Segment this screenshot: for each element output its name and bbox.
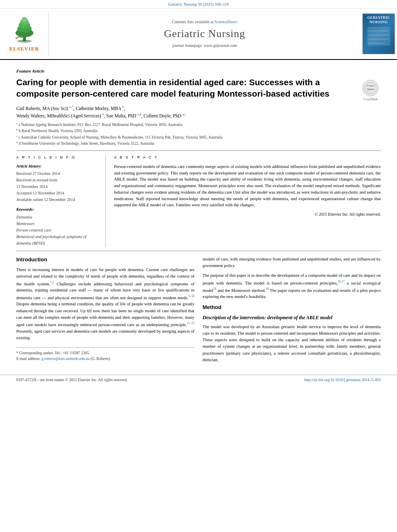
email-label: E-mail address: — [16, 357, 40, 361]
affiliation-a: a a National Ageing Research Institute, … — [16, 121, 381, 128]
issn-text: 0197-4572/$ – see front matter © 2015 El… — [16, 377, 128, 383]
abstract-text: Person-centered models of dementia care … — [114, 163, 381, 208]
right-para1: models of care, with emerging evidence f… — [203, 256, 381, 269]
author-gail: Gail Roberts, MA (Soc Sci) a,*, Catherin… — [16, 106, 125, 111]
received-revised-label: Received in revised form — [16, 177, 100, 183]
article-info-label: A R T I C L E I N F O — [16, 155, 100, 160]
affiliation-c-text: c Australian Catholic University, School… — [18, 135, 222, 139]
journal-header: ELSEVIER Contents lists available at Sci… — [0, 9, 397, 60]
svg-rect-8 — [367, 27, 390, 46]
affiliation-d-text: d Swinburne University of Technology, Jo… — [19, 141, 154, 146]
cover-title-text: GERIATRICNURSING — [367, 15, 390, 24]
affiliations: a a National Ageing Research Institute, … — [16, 121, 381, 147]
elsevier-logo: ELSEVIER — [0, 12, 49, 56]
footnote-section: * Corresponding author. Tel.: +61 3 8387… — [16, 347, 195, 362]
article-info-col: A R T I C L E I N F O Article history: R… — [16, 155, 106, 247]
cover-illustration — [366, 26, 391, 46]
crossmark-svg: Cross Mark — [364, 82, 377, 94]
received-date: Received 27 October 2014 — [16, 171, 100, 177]
svg-point-7 — [15, 38, 17, 39]
affiliation-b: b b Rural Northwest Health, Victoria 339… — [16, 128, 381, 134]
affiliation-a-text: a National Ageing Research Institute, P.… — [18, 123, 182, 127]
keywords-list: Dementia Montessori Person-centered care… — [16, 214, 100, 247]
feature-article-label: Feature Article — [16, 68, 381, 74]
crossmark-label: CrossMark — [363, 97, 378, 102]
body-content: Introduction There is increasing interes… — [16, 256, 381, 366]
svg-point-6 — [22, 17, 27, 22]
keyword-2: Montessori — [16, 221, 100, 227]
introduction-heading: Introduction — [16, 256, 195, 263]
body-left-col: Introduction There is increasing interes… — [16, 256, 195, 366]
introduction-para1: There is increasing interest in models o… — [16, 267, 195, 341]
abstract-label: A B S T R A C T — [114, 155, 381, 160]
journal-title: Geriatric Nursing — [164, 26, 246, 41]
footnote-email: E-mail address: g.roberts@nari.unimelb.e… — [16, 356, 195, 362]
keyword-3: Person-centered care — [16, 227, 100, 234]
keyword-1: Dementia — [16, 214, 100, 221]
article-history-label: Article history: — [16, 163, 100, 169]
abstract-col: A B S T R A C T Person-centered models o… — [114, 155, 381, 247]
affiliation-b-text: b Rural Northwest Health, Victoria 3393,… — [19, 129, 97, 133]
article-title: Caring for people with dementia in resid… — [16, 77, 360, 99]
received-revised-date: 11 November 2014 — [16, 184, 100, 190]
citation-text: Geriatric Nursing 36 (2015) 106–110 — [168, 2, 229, 7]
author-wendy: Wendy Walters, MHealthSci (Aged Services… — [16, 113, 186, 118]
method-para: The model was developed by an Australian… — [203, 324, 381, 364]
sciencedirect-link[interactable]: ScienceDirect — [215, 20, 237, 24]
svg-text:Cross: Cross — [367, 84, 374, 87]
method-sub-heading: Description of the intervention: develop… — [203, 314, 381, 321]
footnote-corresponding: * Corresponding author. Tel.: +61 3 8387… — [16, 350, 195, 356]
body-right-col: models of care, with emerging evidence f… — [203, 256, 381, 366]
authors: Gail Roberts, MA (Soc Sci) a,*, Catherin… — [16, 105, 381, 120]
right-para2: The purpose of this paper is to describe… — [203, 272, 381, 300]
journal-homepage: journal homepage: www.gnjournal.com — [172, 43, 237, 49]
affiliation-c: c c Australian Catholic University, Scho… — [16, 134, 381, 140]
contents-line: Contents lists available at ScienceDirec… — [172, 19, 237, 25]
affiliation-d: d d Swinburne University of Technology, … — [16, 140, 381, 146]
available-date: Available online 12 December 2014 — [16, 197, 100, 203]
doi-link[interactable]: http://dx.doi.org/10.1016/j.gerinurse.20… — [304, 377, 381, 383]
crossmark[interactable]: Cross Mark CrossMark — [360, 77, 381, 102]
journal-citation: Geriatric Nursing 36 (2015) 106–110 — [0, 0, 397, 9]
journal-center: Contents lists available at ScienceDirec… — [49, 12, 360, 56]
bottom-bar: 0197-4572/$ – see front matter © 2015 El… — [0, 375, 397, 385]
email-address[interactable]: g.roberts@nari.unimelb.edu.au — [42, 357, 90, 361]
main-content: Feature Article Caring for people with d… — [0, 60, 397, 371]
info-abstract-section: A R T I C L E I N F O Article history: R… — [16, 150, 381, 251]
email-suffix: (G. Roberts). — [90, 357, 111, 361]
method-heading: Method — [203, 304, 381, 311]
title-section: Caring for people with dementia in resid… — [16, 77, 381, 102]
crossmark-icon: Cross Mark — [362, 80, 379, 96]
svg-text:Mark: Mark — [367, 88, 374, 91]
svg-point-1 — [17, 40, 31, 42]
cover-image: GERIATRICNURSING — [362, 13, 395, 54]
keyword-4: Behavioral and psychological symptoms of… — [16, 234, 100, 247]
copyright-line: © 2015 Elsevier Inc. All rights reserved… — [114, 212, 381, 217]
journal-cover: GERIATRICNURSING — [360, 12, 397, 56]
elsevier-tree-icon — [10, 15, 39, 44]
elsevier-brand: ELSEVIER — [9, 45, 39, 53]
contents-text: Contents lists available at — [172, 20, 213, 24]
keywords-label: Keywords: — [16, 207, 100, 212]
accepted-date: Accepted 12 November 2014 — [16, 190, 100, 196]
